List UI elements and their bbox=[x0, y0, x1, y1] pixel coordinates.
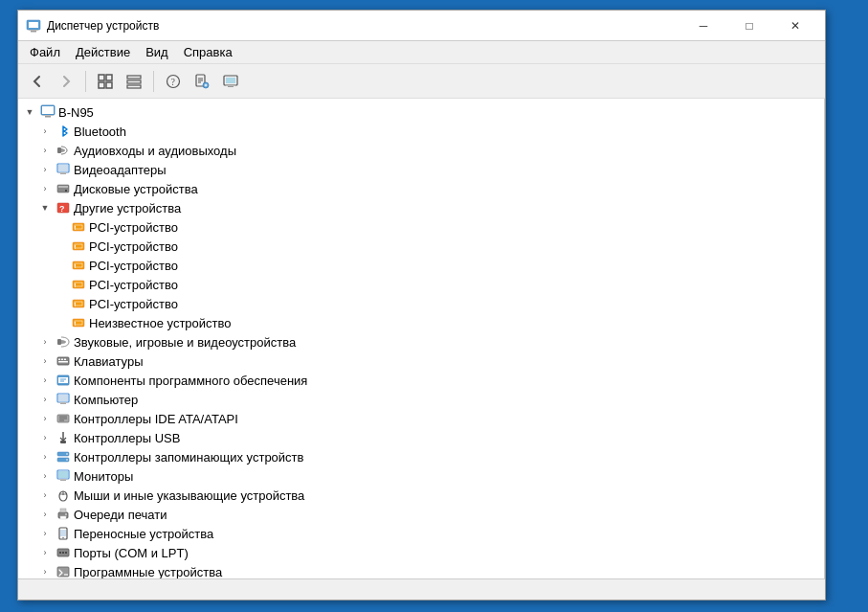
pci-icon-5: ! bbox=[71, 296, 86, 311]
tree-item-pci-4[interactable]: › ! PCI-устройство bbox=[18, 275, 824, 294]
tree-item-port[interactable]: › Порты (COM и LPT) bbox=[18, 543, 824, 562]
tree-item-pci-5[interactable]: › ! PCI-устройство bbox=[18, 294, 824, 313]
disk-expand[interactable]: › bbox=[37, 181, 53, 196]
tree-item-display[interactable]: › Видеоадаптеры bbox=[18, 160, 824, 179]
svg-rect-28 bbox=[57, 147, 61, 153]
program-icon bbox=[56, 564, 71, 578]
svg-rect-2 bbox=[31, 31, 36, 33]
tree-item-keyboard[interactable]: › Клавиатуры bbox=[18, 351, 824, 371]
computer-expand[interactable]: › bbox=[37, 392, 53, 407]
svg-point-95 bbox=[59, 552, 61, 554]
other-expand[interactable]: ▼ bbox=[37, 200, 53, 215]
tree-item-print[interactable]: › Очереди печати bbox=[18, 505, 824, 524]
toolbar-list-button[interactable] bbox=[121, 68, 147, 95]
minimize-button[interactable]: ─ bbox=[681, 12, 725, 39]
root-expand[interactable]: ▼ bbox=[22, 104, 37, 120]
svg-point-90 bbox=[65, 513, 67, 515]
tree-item-storage[interactable]: › Контроллеры запоминающих устройств bbox=[18, 447, 824, 466]
display-expand[interactable]: › bbox=[37, 162, 53, 177]
menu-file[interactable]: Файл bbox=[22, 43, 68, 61]
pci-4-label: PCI-устройство bbox=[89, 278, 178, 292]
print-expand[interactable]: › bbox=[37, 507, 53, 522]
svg-rect-92 bbox=[60, 530, 66, 536]
svg-rect-3 bbox=[29, 30, 38, 31]
toolbar-screen-button[interactable] bbox=[217, 68, 244, 95]
ide-expand[interactable]: › bbox=[37, 411, 53, 426]
menu-view[interactable]: Вид bbox=[138, 43, 176, 61]
usb-label: Контроллеры USB bbox=[74, 431, 180, 445]
pci-5-label: PCI-устройство bbox=[89, 297, 178, 311]
svg-rect-32 bbox=[59, 172, 67, 173]
svg-rect-75 bbox=[60, 441, 66, 443]
status-bar bbox=[18, 578, 825, 600]
tree-item-other[interactable]: ▼ ? Другие устройства bbox=[18, 198, 824, 217]
monitor-expand[interactable]: › bbox=[37, 468, 53, 484]
svg-point-79 bbox=[66, 459, 68, 461]
port-label: Порты (COM и LPT) bbox=[74, 546, 189, 560]
sound-icon bbox=[56, 334, 71, 350]
tree-item-unknown[interactable]: › ! Неизвестное устройство bbox=[18, 313, 824, 332]
storage-label: Контроллеры запоминающих устройств bbox=[74, 450, 303, 465]
toolbar-help-button[interactable]: ? bbox=[160, 68, 187, 95]
maximize-button[interactable]: □ bbox=[727, 12, 771, 39]
tree-item-program[interactable]: › Программные устройства bbox=[18, 562, 824, 578]
tree-item-ide[interactable]: › Контроллеры IDE ATA/ATAPI bbox=[18, 409, 824, 428]
tree-item-computer[interactable]: › Компьютер bbox=[18, 390, 824, 409]
computer-label: Компьютер bbox=[74, 393, 138, 407]
usb-expand[interactable]: › bbox=[37, 430, 53, 445]
device-tree[interactable]: ▼ B-N95 › bbox=[18, 99, 825, 578]
back-button[interactable] bbox=[24, 68, 51, 95]
tree-item-usb[interactable]: › Контроллеры USB bbox=[18, 428, 824, 447]
port-expand[interactable]: › bbox=[37, 545, 53, 560]
tree-item-audio[interactable]: › Аудиовходы и аудиовыходы bbox=[18, 141, 824, 160]
tree-item-software[interactable]: › Компоненты программного обеспечения bbox=[18, 371, 824, 390]
tree-item-sound[interactable]: › Звуковые, игровые и видеоустройства bbox=[18, 332, 824, 351]
ide-label: Контроллеры IDE ATA/ATAPI bbox=[74, 412, 238, 426]
tree-item-bluetooth[interactable]: › Bluetooth bbox=[18, 122, 824, 141]
tree-item-pci-1[interactable]: › ! PCI-устройство bbox=[18, 217, 824, 237]
svg-rect-31 bbox=[60, 173, 66, 174]
tree-item-disk[interactable]: › Дисковые устройства bbox=[18, 179, 824, 198]
tree-item-pci-3[interactable]: › ! PCI-устройство bbox=[18, 256, 824, 275]
storage-expand[interactable]: › bbox=[37, 449, 53, 465]
tree-item-mouse[interactable]: › Мыши и иные указывающие устройства bbox=[18, 486, 824, 505]
close-button[interactable]: ✕ bbox=[773, 12, 817, 39]
mouse-expand[interactable]: › bbox=[37, 487, 53, 503]
tree-item-portable[interactable]: › Переносные устройства bbox=[18, 524, 824, 543]
main-content: ▼ B-N95 › bbox=[18, 99, 825, 578]
mouse-label: Мыши и иные указывающие устройства bbox=[74, 488, 304, 503]
tree-item-monitor[interactable]: › Мониторы bbox=[18, 466, 824, 486]
program-expand[interactable]: › bbox=[37, 564, 53, 578]
svg-rect-30 bbox=[58, 165, 68, 171]
forward-button[interactable] bbox=[53, 68, 79, 95]
pci-icon: ! bbox=[71, 219, 86, 235]
audio-expand[interactable]: › bbox=[37, 143, 53, 158]
tree-item-pci-2[interactable]: › ! PCI-устройство bbox=[18, 237, 824, 256]
svg-rect-5 bbox=[106, 75, 112, 80]
svg-rect-83 bbox=[59, 479, 67, 480]
computer-icon bbox=[40, 104, 56, 120]
software-expand[interactable]: › bbox=[37, 373, 53, 388]
sound-label: Звуковые, игровые и видеоустройства bbox=[74, 335, 296, 350]
toolbar-separator-2 bbox=[153, 71, 154, 92]
svg-rect-21 bbox=[226, 78, 235, 83]
keyboard-expand[interactable]: › bbox=[37, 353, 53, 369]
svg-rect-7 bbox=[106, 82, 112, 88]
pci-2-label: PCI-устройство bbox=[89, 239, 178, 254]
toolbar-properties-button[interactable] bbox=[189, 68, 215, 95]
svg-rect-27 bbox=[43, 115, 53, 116]
toolbar-grid-button[interactable] bbox=[92, 68, 119, 95]
bluetooth-expand[interactable]: › bbox=[37, 124, 53, 139]
tree-root[interactable]: ▼ B-N95 bbox=[18, 102, 824, 122]
disk-icon bbox=[56, 181, 71, 196]
toolbar: ? bbox=[18, 64, 825, 99]
title-bar: Диспетчер устройств ─ □ ✕ bbox=[18, 11, 825, 41]
sound-expand[interactable]: › bbox=[37, 334, 53, 350]
menu-action[interactable]: Действие bbox=[68, 43, 138, 61]
svg-rect-6 bbox=[99, 82, 104, 88]
svg-rect-22 bbox=[228, 86, 234, 87]
portable-expand[interactable]: › bbox=[37, 526, 53, 541]
svg-rect-81 bbox=[58, 471, 68, 478]
svg-rect-68 bbox=[60, 403, 66, 404]
menu-help[interactable]: Справка bbox=[176, 43, 240, 61]
